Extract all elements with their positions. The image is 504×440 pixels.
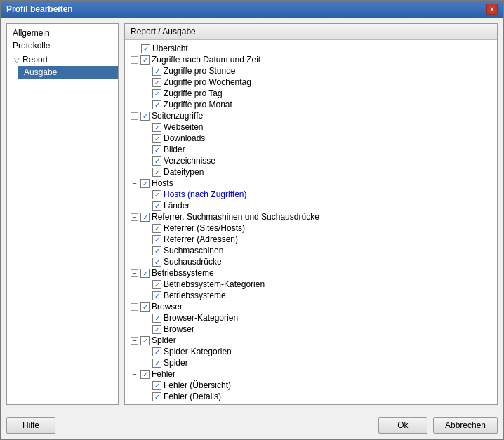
tree-item[interactable]: Betriebssysteme — [128, 290, 494, 301]
checkbox[interactable] — [152, 67, 161, 76]
checkbox[interactable] — [152, 280, 161, 289]
tree-item[interactable]: Referrer (Adressen) — [128, 234, 494, 245]
expand-icon — [142, 190, 150, 199]
checkbox[interactable] — [152, 89, 161, 98]
tree-item[interactable]: Browser — [128, 324, 494, 335]
tree-item-label: Zugriffe pro Tag — [164, 88, 223, 98]
expand-icon — [142, 100, 150, 109]
tree-item-label: Übersicht — [152, 44, 188, 53]
checkbox[interactable] — [152, 123, 161, 132]
checkbox[interactable] — [152, 381, 161, 390]
checkbox[interactable] — [152, 156, 161, 166]
tree-content[interactable]: Übersicht−Zugriffe nach Datum und ZeitZu… — [125, 40, 497, 404]
checkbox[interactable] — [152, 201, 161, 211]
tree-item-label: Betriebssysteme — [164, 291, 226, 300]
expand-icon: − — [131, 371, 138, 378]
tree-item[interactable]: Suchmaschinen — [128, 245, 494, 256]
nav-item-protokolle[interactable]: Protokolle — [7, 39, 118, 52]
cancel-button[interactable]: Abbrechen — [433, 417, 498, 434]
tree-item[interactable]: Zugriffe pro Stunde — [128, 65, 494, 76]
tree-item-label: Fehler (Details) — [164, 392, 221, 401]
tree-item-label: Downloads — [164, 133, 205, 143]
checkbox[interactable] — [152, 190, 161, 199]
tree-item[interactable]: Zugriffe pro Tag — [128, 88, 494, 99]
tree-item-label: Spider — [152, 335, 176, 345]
tree-item-label: Suchmaschinen — [164, 246, 223, 255]
tree-item-label: Referrer (Sites/Hosts) — [164, 223, 245, 233]
tree-item[interactable]: Spider-Kategorien — [128, 346, 494, 357]
checkbox[interactable] — [152, 392, 161, 401]
checkbox[interactable] — [152, 258, 161, 267]
tree-item-label: Webseiten — [164, 122, 203, 132]
ok-button[interactable]: Ok — [378, 417, 427, 434]
tree-item[interactable]: Downloads — [128, 133, 494, 144]
checkbox[interactable] — [140, 302, 150, 312]
help-button[interactable]: Hilfe — [6, 417, 55, 434]
expand-icon — [142, 145, 150, 154]
checkbox[interactable] — [152, 145, 161, 154]
checkbox[interactable] — [141, 44, 150, 53]
checkbox[interactable] — [152, 347, 161, 356]
expand-icon — [142, 347, 150, 356]
tree-item[interactable]: Zugriffe pro Wochentag — [128, 76, 494, 88]
tree-item[interactable]: −Zugriffe nach Datum und Zeit — [128, 54, 494, 65]
tree-item[interactable]: Betriebssystem-Kategorien — [128, 279, 494, 290]
close-button[interactable]: ✕ — [486, 4, 498, 15]
checkbox[interactable] — [152, 291, 161, 300]
checkbox[interactable] — [140, 370, 150, 379]
checkbox[interactable] — [152, 134, 161, 143]
tree-item[interactable]: −Hosts — [128, 178, 494, 189]
tree-item[interactable]: −Betriebssysteme — [128, 267, 494, 279]
profile-edit-dialog: Profil bearbeiten ✕ Allgemein Protokolle… — [0, 0, 504, 440]
tree-item[interactable]: −Spider — [128, 335, 494, 346]
checkbox[interactable] — [152, 325, 161, 334]
tree-item[interactable]: Webseiten — [128, 121, 494, 133]
checkbox[interactable] — [152, 359, 161, 368]
checkbox[interactable] — [140, 112, 150, 121]
tree-item-label: Fehler — [152, 369, 175, 379]
tree-item-label: Zugriffe pro Monat — [164, 100, 232, 109]
right-panel-title: Report / Ausgabe — [125, 24, 497, 40]
checkbox[interactable] — [152, 235, 161, 244]
checkbox[interactable] — [152, 224, 161, 233]
tree-item[interactable]: Suchausdrücke — [128, 256, 494, 267]
checkbox[interactable] — [152, 246, 161, 255]
tree-item[interactable]: −Seitenzugriffe — [128, 110, 494, 121]
nav-item-report-label: Report — [22, 55, 48, 65]
tree-item[interactable]: Browser-Kategorien — [128, 312, 494, 324]
tree-item[interactable]: Übersicht — [128, 43, 494, 54]
tree-item[interactable]: −Browser — [128, 301, 494, 312]
checkbox[interactable] — [152, 78, 161, 87]
checkbox[interactable] — [140, 213, 150, 222]
expand-icon — [142, 224, 150, 232]
tree-item[interactable]: Hosts (nach Zugriffen) — [128, 189, 494, 200]
tree-item[interactable]: −Referrer, Suchmashinen und Suchausdrück… — [128, 211, 494, 222]
tree-item[interactable]: Dateitypen — [128, 166, 494, 178]
nav-item-ausgabe[interactable]: Ausgabe — [18, 66, 118, 79]
tree-item-label: Dateitypen — [164, 167, 204, 177]
checkbox[interactable] — [140, 269, 150, 278]
checkbox[interactable] — [152, 314, 161, 323]
checkbox[interactable] — [140, 179, 150, 188]
tree-item-label: Browser — [164, 324, 194, 334]
tree-item[interactable]: Spider — [128, 357, 494, 368]
checkbox[interactable] — [140, 55, 150, 65]
tree-item[interactable]: Zugriffe pro Monat — [128, 99, 494, 110]
tree-item-label: Zugriffe pro Wochentag — [164, 77, 251, 87]
tree-item[interactable]: Fehler (Details) — [128, 391, 494, 402]
tree-item[interactable]: Fehler (Übersicht) — [128, 380, 494, 391]
tree-item[interactable]: Verzeichnisse — [128, 155, 494, 166]
expand-icon — [131, 44, 139, 53]
tree-item[interactable]: Bilder — [128, 144, 494, 155]
checkbox[interactable] — [152, 168, 161, 177]
nav-item-allgemein[interactable]: Allgemein — [7, 27, 118, 39]
expand-icon: − — [131, 303, 138, 311]
tree-item[interactable]: −Fehler — [128, 368, 494, 380]
expand-icon — [142, 168, 150, 176]
checkbox[interactable] — [152, 100, 161, 109]
tree-item-label: Verzeichnisse — [164, 156, 215, 166]
nav-item-report[interactable]: ▽ Report — [7, 53, 118, 66]
tree-item[interactable]: Länder — [128, 200, 494, 211]
checkbox[interactable] — [140, 336, 150, 345]
tree-item[interactable]: Referrer (Sites/Hosts) — [128, 222, 494, 234]
